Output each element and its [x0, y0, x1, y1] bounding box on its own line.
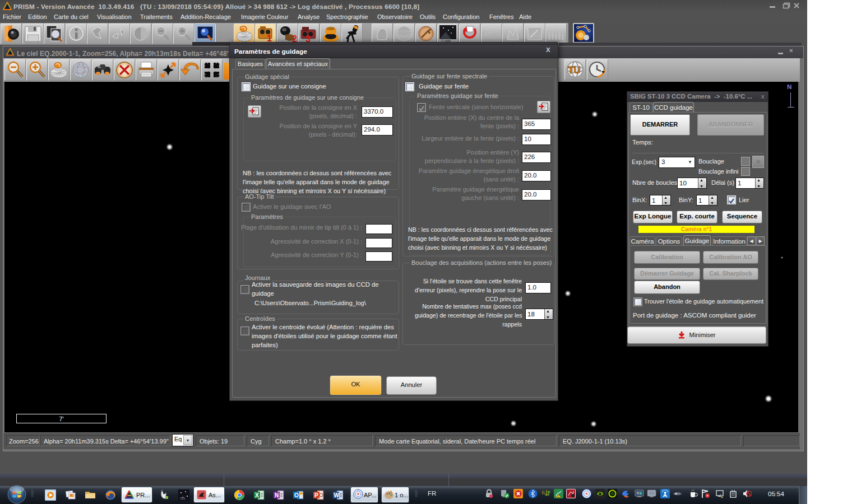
svg-text:TU: TU: [568, 65, 581, 76]
svg-text:P: P: [314, 492, 318, 498]
svg-text:W: W: [334, 492, 340, 498]
svg-text:!: !: [558, 494, 558, 498]
svg-text:ISIS: ISIS: [180, 497, 186, 500]
svg-text:O: O: [294, 492, 299, 498]
svg-text:X: X: [255, 492, 259, 498]
svg-text:N: N: [275, 492, 279, 498]
